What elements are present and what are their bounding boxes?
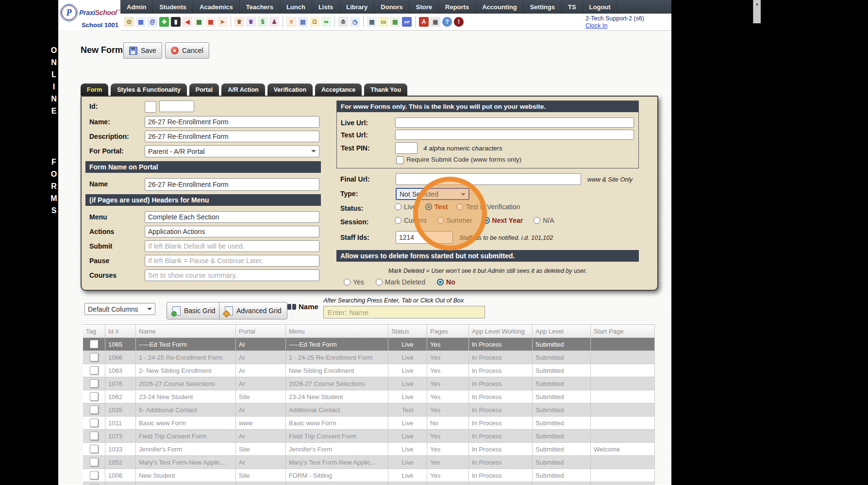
test-url-input[interactable]	[395, 130, 634, 140]
pdf-icon[interactable]: A	[419, 17, 429, 27]
table-row[interactable]: 10355- Additional ContactArAdditional Co…	[83, 403, 655, 417]
calendar-red-icon[interactable]: ▦	[206, 17, 216, 27]
nav-item-admin[interactable]: Admin	[120, 0, 153, 14]
menu-input[interactable]	[145, 211, 319, 223]
radio-session-summer[interactable]: Summer	[437, 217, 472, 224]
radio-delete-mark-deleted[interactable]: Mark Deleted	[376, 278, 425, 286]
basic-grid-button[interactable]: Basic Grid	[167, 302, 221, 319]
tag-checkbox[interactable]	[90, 432, 99, 440]
tag-checkbox[interactable]	[90, 418, 99, 427]
nav-item-store[interactable]: Store	[410, 0, 439, 14]
id-checkbox[interactable]	[145, 101, 156, 113]
tag-checkbox[interactable]	[90, 392, 99, 401]
description-input[interactable]	[145, 131, 319, 142]
column-header-app-level[interactable]: App Level	[533, 325, 591, 337]
submit-input[interactable]	[145, 240, 319, 252]
radio-status-test-w-verification[interactable]: Test w Verification	[456, 203, 520, 211]
table-row[interactable]: 10661 - 24-25 Re-Enrollment FormAr1 - 24…	[83, 351, 655, 364]
ap-badge-icon[interactable]: A/P	[402, 17, 412, 27]
table-row[interactable]: 10762026-27 Course SelectionsAr2026-27 C…	[83, 377, 655, 390]
spreadsheet-icon[interactable]: ▦	[367, 17, 377, 27]
nav-item-settings[interactable]: Settings	[524, 0, 562, 14]
column-header-id-[interactable]: Id #	[105, 325, 136, 337]
speaker-icon[interactable]: ◀	[183, 17, 192, 27]
advanced-grid-button[interactable]: Advanced Grid	[219, 302, 287, 319]
name-input[interactable]	[145, 116, 319, 128]
table-row[interactable]: 1006New StudentSiteFORM - SiblingLiveYes…	[83, 469, 655, 482]
tag-checkbox[interactable]	[90, 353, 99, 362]
save-button[interactable]: Save	[123, 42, 162, 59]
require-submit-code-checkbox[interactable]	[396, 156, 404, 164]
nav-item-students[interactable]: Students	[153, 0, 193, 14]
tab-a-r-action[interactable]: A/R Action	[221, 84, 265, 96]
column-header-start-page[interactable]: Start Page	[591, 325, 655, 337]
nav-item-academics[interactable]: Academics	[193, 0, 240, 14]
megaphone-icon[interactable]: ➤	[217, 17, 227, 27]
nav-item-donors[interactable]: Donors	[374, 0, 410, 14]
nav-item-logout[interactable]: Logout	[583, 0, 618, 14]
id-input[interactable]	[159, 100, 194, 112]
table-row[interactable]: 1011Basic www FormwwwBasic www FormLiveN…	[83, 417, 655, 430]
tag-checkbox[interactable]	[90, 340, 99, 349]
forward-form-icon[interactable]: ➥	[321, 17, 331, 27]
add-person-icon[interactable]: ♛	[234, 17, 244, 27]
column-header-status[interactable]: Status	[388, 325, 427, 337]
actions-input[interactable]	[145, 226, 319, 237]
radio-session-next-year[interactable]: Next Year	[483, 217, 523, 224]
radio-session-n-a[interactable]: N/A	[534, 217, 554, 224]
columns-select[interactable]: Default Columns	[84, 303, 155, 315]
tab-portal[interactable]: Portal	[189, 84, 219, 96]
column-header-app-level-working[interactable]: App Level Working	[469, 325, 533, 337]
lunch-icon[interactable]: ≡	[286, 17, 296, 27]
pause-input[interactable]	[145, 255, 319, 267]
tag-checkbox[interactable]	[90, 366, 99, 375]
search-icon[interactable]: ⊙	[124, 17, 134, 27]
nav-item-reports[interactable]: Reports	[439, 0, 476, 14]
scrollbar-up-arrow[interactable]: ▲	[753, 0, 761, 6]
cancel-button[interactable]: Cancel	[165, 42, 209, 59]
table-row[interactable]: 1073Field Trip Consent FormArField Trip …	[83, 430, 655, 443]
radio-delete-yes[interactable]: Yes	[344, 278, 364, 286]
staff-icon[interactable]: ♔	[338, 17, 348, 27]
bell-icon[interactable]: Ω	[310, 17, 319, 27]
calendar-icon[interactable]: ▦	[194, 17, 204, 27]
table-row[interactable]: 1070Sign Test w/ Ver Email CodeArSign Te…	[83, 482, 655, 485]
radio-delete-no[interactable]: No	[437, 278, 455, 286]
register-icon[interactable]: ▤	[390, 17, 400, 27]
type-select[interactable]: Not Selected	[396, 188, 469, 200]
column-header-menu[interactable]: Menu	[286, 325, 388, 337]
tab-styles-functionality[interactable]: Styles & Functionality	[111, 84, 187, 96]
table-row[interactable]: 106223-24 New StudentSite23-24 New Stude…	[83, 390, 655, 403]
tag-checkbox[interactable]	[90, 458, 99, 467]
nav-item-lists[interactable]: Lists	[312, 0, 340, 14]
notebook-icon[interactable]: ▤	[298, 17, 308, 27]
chat-icon[interactable]: ✚	[159, 17, 169, 27]
table-row[interactable]: 1065-----Ed Test FormAr-----Ed Test Form…	[83, 338, 655, 351]
nav-item-library[interactable]: Library	[340, 0, 374, 14]
column-header-portal[interactable]: Portal	[236, 325, 286, 337]
people-icon[interactable]: ♟	[269, 17, 279, 27]
table-row[interactable]: 1033Jennifer's FormSiteJennifer's FormLi…	[83, 443, 655, 456]
live-url-input[interactable]	[395, 117, 634, 128]
nav-item-teachers[interactable]: Teachers	[240, 0, 280, 14]
tag-checkbox[interactable]	[90, 445, 99, 453]
tab-acceptance[interactable]: Acceptance	[315, 84, 362, 96]
for-portal-select[interactable]: Parent - A/R Portal	[145, 145, 319, 157]
check-card-icon[interactable]: ▭	[379, 17, 388, 27]
clock-icon[interactable]: ◷	[350, 17, 360, 27]
test-pin-input[interactable]	[395, 142, 417, 154]
portal-name-input[interactable]	[145, 178, 319, 191]
tab-form[interactable]: Form	[81, 84, 108, 96]
radio-session-current[interactable]: Current	[395, 217, 427, 224]
nav-item-ts[interactable]: TS	[562, 0, 583, 14]
nav-item-lunch[interactable]: Lunch	[280, 0, 312, 14]
tag-checkbox[interactable]	[90, 405, 99, 414]
radio-status-test[interactable]: Test	[425, 203, 448, 211]
calendar-grid-icon[interactable]: ▦	[136, 17, 146, 27]
tab-verification[interactable]: Verification	[267, 84, 313, 96]
table-row[interactable]: 10632- New Sibling EnrollmentArNew Sibli…	[83, 364, 655, 377]
table-row[interactable]: 1052Mary's Test Form-New Applic...ArMary…	[83, 456, 655, 469]
column-header-name[interactable]: Name	[136, 325, 236, 337]
radio-status-live[interactable]: Live	[395, 203, 417, 211]
column-header-pages[interactable]: Pages	[427, 325, 469, 337]
